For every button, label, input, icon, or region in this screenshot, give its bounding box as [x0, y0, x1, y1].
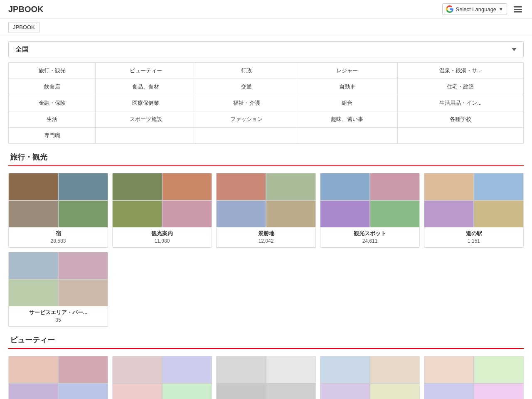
list-view-icon[interactable]	[512, 5, 524, 14]
travel-divider	[8, 165, 524, 166]
category-cell	[96, 128, 196, 144]
card-count: 11,380	[113, 238, 212, 247]
travel-card-道の駅[interactable]: 道の駅 1,151	[424, 173, 524, 248]
category-grid: 旅行・観光 ビューティー 行政 レジャー 温泉・銭湯・サ... 飲食店 食品、食…	[8, 62, 524, 144]
category-cell[interactable]: 食品、食材	[96, 79, 196, 95]
card-count: 35	[9, 317, 108, 326]
card-image	[217, 356, 315, 399]
beauty-card-3[interactable]: 理容室 12,056	[216, 356, 316, 399]
card-label: 宿	[9, 227, 108, 238]
card-image	[9, 252, 108, 306]
category-row: 旅行・観光 ビューティー 行政 レジャー 温泉・銭湯・サ...	[9, 63, 524, 79]
category-cell[interactable]: 自動車	[297, 79, 397, 95]
language-selector[interactable]: Select Language ▼	[442, 3, 507, 15]
beauty-section: ビューティー 美容院 45,123 ネイルサロン 8,432	[8, 335, 524, 399]
beauty-divider	[8, 348, 524, 349]
card-image	[424, 356, 523, 399]
beauty-card-2[interactable]: ネイルサロン 8,432	[112, 356, 212, 399]
card-image	[9, 173, 108, 227]
travel-card-service-area[interactable]: サービスエリア・パー... 35	[8, 252, 108, 327]
language-dropdown-arrow: ▼	[499, 7, 503, 12]
breadcrumb-bar: JPBOOK	[0, 19, 532, 36]
category-cell[interactable]: ビューティー	[96, 63, 196, 79]
category-cell[interactable]: 医療保健業	[96, 95, 196, 111]
category-cell[interactable]: レジャー	[297, 63, 397, 79]
category-cell[interactable]: 各種学校	[397, 111, 523, 128]
card-label: 観光案内	[113, 227, 212, 238]
card-count: 1,151	[424, 238, 523, 247]
card-image	[113, 173, 212, 227]
category-cell[interactable]: 金融・保険	[9, 95, 96, 111]
travel-cards-grid-row2: サービスエリア・パー... 35	[8, 252, 524, 327]
card-count: 24,611	[320, 238, 419, 247]
category-cell	[397, 128, 523, 144]
category-cell[interactable]: 生活	[9, 111, 96, 128]
card-image	[217, 173, 315, 227]
site-logo[interactable]: JPBOOK	[8, 5, 43, 14]
travel-card-観光案内[interactable]: 観光案内 11,380	[112, 173, 212, 248]
category-cell	[196, 128, 297, 144]
category-cell[interactable]: 旅行・観光	[9, 63, 96, 79]
category-cell[interactable]: 生活用品・イン...	[397, 95, 523, 111]
category-cell[interactable]: ファッション	[196, 111, 297, 128]
travel-section-title: 旅行・観光	[8, 152, 524, 165]
beauty-cards-grid: 美容院 45,123 ネイルサロン 8,432 理容室 12,056	[8, 356, 524, 399]
region-select[interactable]: 全国 北海道 東北 関東 中部 近畿 中国 四国 九州・沖縄	[8, 41, 524, 57]
header: JPBOOK Select Language ▼	[0, 0, 532, 19]
travel-card-観光スポット[interactable]: 観光スポット 24,611	[320, 173, 420, 248]
beauty-card-5[interactable]: まつ毛エクステ 5,234	[424, 356, 524, 399]
google-icon	[446, 5, 453, 13]
travel-card-景勝地[interactable]: 景勝地 12,042	[216, 173, 316, 248]
category-cell[interactable]: 専門職	[9, 128, 96, 144]
card-count: 28,583	[9, 238, 108, 247]
category-cell[interactable]: 住宅・建築	[397, 79, 523, 95]
beauty-card-1[interactable]: 美容院 45,123	[8, 356, 108, 399]
category-row: 生活 スポーツ施設 ファッション 趣味、習い事 各種学校	[9, 111, 524, 128]
category-row: 飲食店 食品、食材 交通 自動車 住宅・建築	[9, 79, 524, 95]
category-row: 金融・保険 医療保健業 福祉・介護 組合 生活用品・イン...	[9, 95, 524, 111]
category-cell[interactable]: 福祉・介護	[196, 95, 297, 111]
card-label: 景勝地	[217, 227, 315, 238]
card-image	[424, 173, 523, 227]
travel-section: 旅行・観光 宿 28,583 観光案内 11,380	[8, 152, 524, 327]
card-label: 観光スポット	[320, 227, 419, 238]
header-right: Select Language ▼	[442, 3, 524, 15]
card-image	[320, 173, 419, 227]
category-cell[interactable]: 交通	[196, 79, 297, 95]
card-count: 12,042	[217, 238, 315, 247]
card-image	[9, 356, 108, 399]
beauty-section-title: ビューティー	[8, 335, 524, 348]
category-grid-wrap: 旅行・観光 ビューティー 行政 レジャー 温泉・銭湯・サ... 飲食店 食品、食…	[8, 62, 524, 144]
category-cell[interactable]: 温泉・銭湯・サ...	[397, 63, 523, 79]
language-label: Select Language	[456, 6, 497, 12]
category-cell[interactable]: 組合	[297, 95, 397, 111]
region-selector-wrap: 全国 北海道 東北 関東 中部 近畿 中国 四国 九州・沖縄	[8, 41, 524, 57]
card-label: サービスエリア・パー...	[9, 306, 108, 317]
category-cell[interactable]: 趣味、習い事	[297, 111, 397, 128]
breadcrumb-item[interactable]: JPBOOK	[8, 22, 39, 32]
card-label: 道の駅	[424, 227, 523, 238]
category-cell[interactable]: スポーツ施設	[96, 111, 196, 128]
category-row: 専門職	[9, 128, 524, 144]
card-image	[320, 356, 419, 399]
category-cell[interactable]: 飲食店	[9, 79, 96, 95]
beauty-card-4[interactable]: エステサロン 9,876	[320, 356, 420, 399]
category-cell	[297, 128, 397, 144]
travel-card-宿[interactable]: 宿 28,583	[8, 173, 108, 248]
category-cell[interactable]: 行政	[196, 63, 297, 79]
card-image	[113, 356, 212, 399]
travel-cards-grid: 宿 28,583 観光案内 11,380 景勝地 12,042	[8, 173, 524, 248]
